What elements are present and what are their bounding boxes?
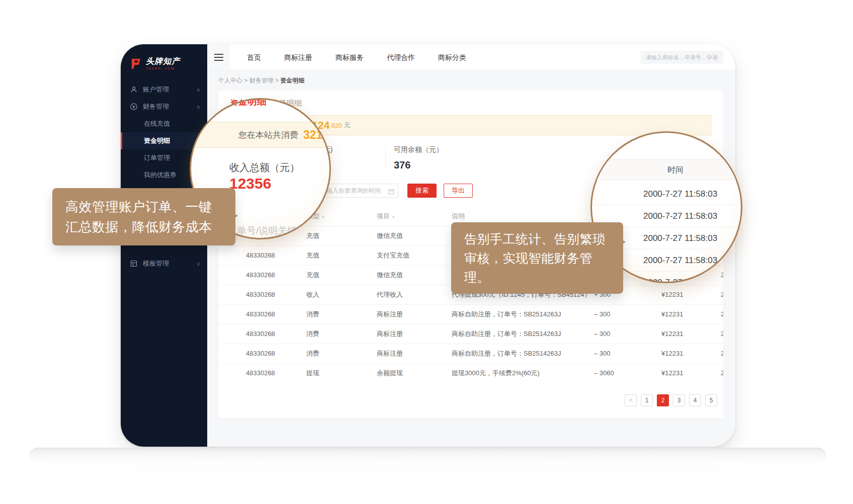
stat-expense-label: (元) — [321, 145, 385, 154]
sidebar-item-template[interactable]: 模板管理 ∨ — [121, 255, 207, 272]
sidebar-item-label: 账户管理 — [143, 85, 169, 94]
pagination: < 12345 — [625, 394, 717, 406]
banner-unit: 元 — [344, 121, 351, 130]
callout-arrow — [618, 237, 630, 246]
search-button[interactable]: 搜索 — [407, 184, 437, 198]
chevron-down-icon: ∨ — [197, 87, 200, 93]
banner-amount-tail: 820 — [331, 122, 342, 129]
finance-icon — [130, 103, 138, 111]
cell-project: 代理收入 — [377, 285, 452, 304]
cell-amount: – 300 — [594, 304, 661, 324]
magnified-income-label: 收入总额（元） — [229, 161, 300, 175]
breadcrumb-path[interactable]: 个人中心 > 财务管理 > — [218, 77, 280, 84]
magnified-income-value: 12356 — [229, 175, 271, 192]
breadcrumb-current: 资金明细 — [280, 77, 304, 84]
cell-order: 48330268 — [218, 265, 306, 285]
cell-project: 微信充值 — [377, 265, 452, 285]
page-number[interactable]: 4 — [689, 394, 701, 406]
template-icon — [130, 260, 138, 268]
header-project[interactable]: 项目∨ — [377, 207, 452, 226]
cell-order: 48330268 — [218, 363, 306, 383]
cell-type: 充值 — [306, 245, 377, 265]
sort-caret-icon: ∨ — [321, 214, 325, 219]
cell-order: 48330268 — [218, 344, 306, 363]
callout-line: 告别手工统计、告别繁琐 — [464, 229, 623, 248]
sidebar-item-account[interactable]: 账户管理 ∨ — [121, 81, 207, 98]
cell-desc: 提现3000元，手续费2%(60元) — [452, 363, 594, 383]
cell-time: 2000-7-27 11:58:03 — [721, 344, 723, 363]
export-button[interactable]: 导出 — [444, 184, 473, 198]
cell-balance: ¥12231 — [661, 324, 721, 344]
callout-right: 告别手工统计、告别繁琐审核，实现智能财务管理。 — [451, 222, 623, 294]
hamburger-menu-icon[interactable] — [207, 44, 230, 70]
cell-project: 商标注册 — [377, 324, 452, 344]
page-number[interactable]: 5 — [705, 394, 717, 406]
sidebar-item-label: 财务管理 — [143, 102, 169, 111]
stat-balance: 可用余额（元） 376 — [386, 145, 443, 171]
topnav-item[interactable]: 商标注册 — [273, 44, 324, 70]
logo: 头牌知产 TOUPAI.COM — [121, 44, 207, 80]
cell-time: 2000-7-27 11:58:03 — [721, 304, 723, 324]
cell-order: 48330268 — [218, 304, 306, 324]
cell-type: 消费 — [306, 344, 377, 363]
topnav-item[interactable]: 首页 — [235, 44, 273, 70]
cell-type: 充值 — [306, 226, 377, 245]
cell-order: 48330268 — [218, 245, 306, 265]
topnav: 首页商标注册商标服务代理合作商标分类 — [207, 44, 735, 70]
table-row[interactable]: 48330268 消费 商标注册 商标自助注册，订单号：SB2514263J –… — [218, 344, 723, 363]
sidebar-item-label: 模板管理 — [143, 259, 169, 268]
cell-project: 商标注册 — [377, 344, 452, 363]
cell-amount: – 300 — [594, 344, 661, 363]
card-tabs: 资金明细 充值明细 — [218, 91, 723, 108]
page-number[interactable]: 1 — [641, 394, 653, 406]
magnified-time-header: 时间 — [592, 159, 741, 180]
stage: 头牌知产 TOUPAI.COM 账户管理 ∨ 财务管理 ∧ — [0, 0, 853, 504]
cell-balance: ¥12231 — [661, 285, 721, 304]
cell-amount: – 3060 — [594, 363, 661, 383]
stat-expense: (元) — [321, 145, 385, 154]
cell-desc: 商标自助注册，订单号：SB2514263J — [452, 304, 594, 324]
table-row[interactable]: 48330268 消费 商标注册 商标自助注册，订单号：SB2514263J –… — [218, 324, 723, 344]
cell-type: 充值 — [306, 265, 377, 285]
callout-left: 高效管理账户订单、一键汇总数据，降低财务成本 — [52, 188, 235, 245]
cell-time: 2000-7-27 11:58:03 — [721, 324, 723, 344]
sidebar-item-finance[interactable]: 财务管理 ∧ — [121, 98, 207, 115]
cell-type: 提现 — [306, 363, 377, 383]
brand-title: 头牌知产 — [146, 57, 180, 65]
topnav-item[interactable]: 商标分类 — [426, 44, 478, 70]
cell-project: 微信充值 — [377, 226, 452, 245]
page-number[interactable]: 2 — [657, 394, 669, 406]
callout-line: 高效管理账户订单、一键 — [65, 197, 235, 217]
magnified-banner: 您在本站共消费 32124 — [190, 122, 331, 148]
stat-balance-value: 376 — [394, 159, 443, 171]
cell-project: 余额提现 — [377, 363, 452, 383]
chevron-up-icon: ∧ — [197, 104, 200, 110]
magnified-time-row: 2000-7-27 11:58:03 — [592, 183, 741, 205]
cell-type: 消费 — [306, 324, 377, 344]
cell-desc: 商标自助注册，订单号：SB2514263J — [452, 344, 594, 363]
callout-arrow — [230, 211, 242, 220]
brand-subtitle: TOUPAI.COM — [146, 67, 180, 70]
sidebar: 头牌知产 TOUPAI.COM 账户管理 ∨ 财务管理 ∧ — [121, 44, 207, 447]
cell-balance: ¥12231 — [661, 344, 721, 363]
cell-amount: – 300 — [594, 324, 661, 344]
date-input[interactable] — [322, 184, 398, 198]
cell-desc: 商标自助注册，订单号：SB2514263J — [452, 324, 594, 344]
topnav-item[interactable]: 商标服务 — [324, 44, 375, 70]
page-number[interactable]: 3 — [673, 394, 685, 406]
page-prev-button[interactable]: < — [625, 394, 637, 406]
cell-type: 收入 — [306, 285, 377, 304]
cell-project: 支付宝充值 — [377, 245, 452, 265]
cell-time: 2000-7-27 11:58:03 — [721, 363, 723, 383]
table-row[interactable]: 48330268 提现 余额提现 提现3000元，手续费2%(60元) – 30… — [218, 363, 723, 383]
cell-balance: ¥12231 — [661, 304, 721, 324]
callout-line: 理。 — [464, 268, 623, 287]
user-icon — [130, 86, 138, 94]
cell-time: 2000-7-27 11:58:03 — [721, 285, 723, 304]
calendar-icon — [388, 188, 394, 194]
search-input[interactable] — [641, 51, 723, 64]
topnav-item[interactable]: 代理合作 — [375, 44, 426, 70]
table-row[interactable]: 48330268 消费 商标注册 商标自助注册，订单号：SB2514263J –… — [218, 304, 723, 324]
laptop-base — [29, 448, 826, 465]
sidebar-item-online-recharge[interactable]: 在线充值 — [121, 115, 207, 132]
